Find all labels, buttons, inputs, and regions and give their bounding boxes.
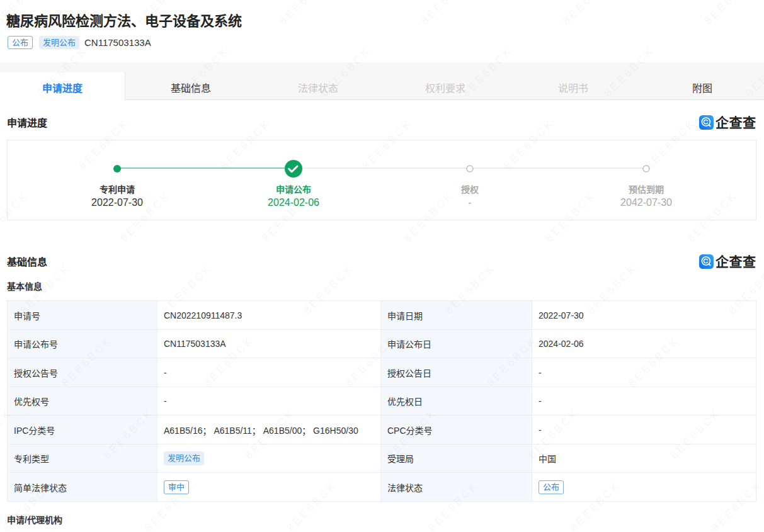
svg-text:8EE6BCK: 8EE6BCK — [418, 0, 473, 27]
svg-text:8EE6BCK: 8EE6BCK — [560, 0, 615, 27]
svg-text:8EE6BCK: 8EE6BCK — [702, 0, 756, 27]
svg-text:8EE6BCK: 8EE6BCK — [277, 0, 331, 27]
